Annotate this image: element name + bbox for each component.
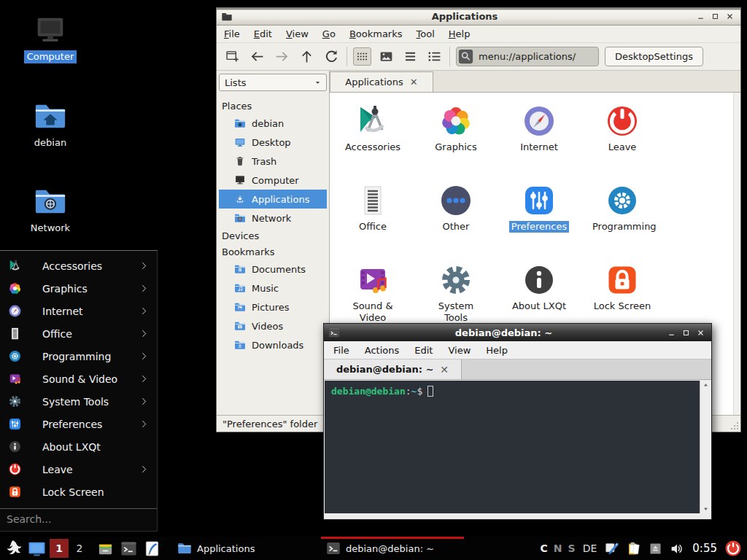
app-menu-item[interactable]: Programming — [0, 345, 157, 368]
sidebar-place-item[interactable]: Applications — [219, 190, 327, 209]
start-menu-button[interactable] — [4, 539, 23, 558]
resize-grip[interactable] — [730, 421, 739, 430]
app-menu-item[interactable]: Lock Screen — [0, 481, 157, 503]
cat-programming-icon — [605, 183, 640, 218]
sidebar-place-item[interactable]: Trash — [219, 152, 327, 171]
tab-close-icon[interactable]: ✕ — [440, 364, 449, 376]
menu-item[interactable]: Help — [486, 345, 508, 356]
app-category-item[interactable]: Accessories — [331, 100, 414, 179]
cat-about-icon — [8, 440, 22, 454]
scroll-down-icon[interactable] — [702, 505, 710, 513]
maximize-button[interactable] — [682, 329, 690, 337]
qterminal-icon[interactable] — [120, 540, 137, 557]
vertical-scrollbar[interactable] — [733, 93, 740, 415]
app-menu-item[interactable]: Preferences — [0, 413, 157, 435]
taskbar-window-button[interactable]: debian@debian: ~ — [321, 537, 464, 560]
app-category-item[interactable]: Internet — [498, 100, 581, 179]
app-menu-item[interactable]: About LXQt — [0, 435, 157, 458]
scroll-up-icon[interactable] — [702, 381, 710, 389]
workspace-2-button[interactable]: 2 — [70, 539, 89, 558]
status-text: "Preferences" folder — [222, 419, 317, 429]
terminal-scrollbar[interactable] — [700, 381, 711, 513]
sidebar-bookmark-item[interactable]: Pictures — [219, 298, 327, 316]
featherpad-icon[interactable] — [144, 540, 160, 557]
arrow-up-icon[interactable] — [298, 47, 316, 66]
pcmanfm-icon[interactable] — [97, 540, 114, 557]
app-menu-item[interactable]: Accessories — [0, 254, 157, 277]
close-button[interactable] — [726, 12, 734, 20]
cat-sound-video-icon — [355, 262, 390, 298]
menu-item[interactable]: Actions — [365, 345, 400, 356]
keyboard-layout-indicator[interactable]: DE — [583, 542, 597, 554]
file-manager-titlebar[interactable]: Applications — [217, 8, 740, 26]
desktop-icon-home[interactable]: debian — [14, 99, 87, 149]
thumbnail-view-icon[interactable] — [377, 47, 395, 66]
menu-item[interactable]: File — [224, 28, 240, 39]
app-menu-item[interactable]: Sound & Video — [0, 368, 157, 390]
app-category-item[interactable]: Graphics — [414, 100, 498, 179]
app-menu-item[interactable]: Internet — [0, 300, 157, 322]
show-desktop-icon[interactable] — [28, 540, 46, 558]
taskbar-window-button[interactable]: Applications — [172, 537, 315, 560]
desktop-icon-network[interactable]: Network — [14, 184, 87, 235]
app-menu-item[interactable]: Office — [0, 322, 157, 345]
tab-close-icon[interactable]: ✕ — [410, 77, 418, 88]
sidebar-place-item[interactable]: Desktop — [219, 133, 327, 152]
menu-item[interactable]: View — [286, 28, 309, 39]
sidebar-mode-select[interactable]: Lists — [219, 74, 327, 91]
terminal-viewport[interactable]: debian@debian:~$ — [325, 381, 711, 513]
desktop-icon-computer[interactable]: Computer — [14, 13, 87, 63]
new-tab-icon[interactable] — [223, 47, 241, 66]
cat-sound-video-icon — [8, 372, 22, 386]
sidebar-place-item[interactable]: debian — [219, 114, 327, 133]
sidebar-bookmark-item[interactable]: Documents — [219, 260, 327, 279]
clock[interactable]: 0:55 — [692, 542, 717, 555]
app-category-item[interactable]: Other — [414, 179, 498, 259]
arrow-back-icon[interactable] — [248, 47, 266, 66]
clipboard-icon[interactable] — [626, 541, 641, 556]
menu-item[interactable]: Go — [322, 28, 336, 39]
tab-applications[interactable]: Applications ✕ — [330, 71, 433, 92]
menu-item[interactable]: Tool — [417, 28, 435, 39]
minimize-button[interactable] — [667, 329, 676, 337]
arrow-forward-icon[interactable] — [273, 47, 291, 66]
workspace-1-button[interactable]: 1 — [50, 539, 69, 558]
keyboard-indicator: S — [568, 542, 576, 554]
sidebar-bookmark-item[interactable]: Downloads — [219, 335, 327, 354]
terminal-tab[interactable]: debian@debian: ~ ✕ — [324, 359, 462, 379]
menu-item[interactable]: Bookmarks — [349, 28, 403, 39]
menu-item[interactable]: Help — [449, 28, 471, 39]
menu-item[interactable]: View — [448, 345, 471, 356]
sidebar-bookmark-item[interactable]: Music — [219, 279, 327, 298]
address-bar[interactable]: menu://applications/ — [456, 47, 599, 66]
menu-item[interactable]: File — [333, 345, 349, 356]
app-menu-item[interactable]: Leave — [0, 458, 157, 481]
app-category-item[interactable]: Preferences — [498, 179, 581, 259]
sidebar-bookmark-item[interactable]: Videos — [219, 316, 327, 335]
menu-item[interactable]: Edit — [254, 28, 272, 39]
icon-view-icon[interactable] — [353, 47, 371, 66]
power-button[interactable] — [724, 540, 742, 557]
menu-search[interactable] — [0, 508, 157, 529]
detailed-view-icon[interactable] — [425, 47, 444, 66]
desktop-icon-label: debian — [31, 136, 69, 149]
app-category-item[interactable]: Leave — [581, 100, 664, 179]
volume-icon[interactable] — [670, 541, 685, 556]
sidebar-place-item[interactable]: Network — [219, 209, 327, 228]
screenshot-icon[interactable] — [604, 541, 619, 556]
app-menu-item[interactable]: Graphics — [0, 277, 157, 300]
search-input[interactable] — [3, 513, 154, 525]
terminal-titlebar[interactable]: debian@debian: ~ — [324, 324, 711, 341]
close-button[interactable] — [697, 329, 705, 337]
desktop-settings-button[interactable]: DesktopSettings — [605, 47, 703, 66]
eject-icon[interactable] — [648, 541, 663, 556]
app-menu-item[interactable]: System Tools — [0, 390, 157, 413]
minimize-button[interactable] — [697, 12, 705, 20]
menu-item[interactable]: Edit — [414, 345, 433, 356]
compact-view-icon[interactable] — [401, 47, 419, 66]
app-category-item[interactable]: Office — [331, 179, 414, 259]
sidebar-place-item[interactable]: Computer — [219, 171, 327, 190]
maximize-button[interactable] — [711, 12, 719, 20]
reload-icon[interactable] — [322, 47, 341, 66]
app-category-item[interactable]: Programming — [581, 179, 664, 259]
